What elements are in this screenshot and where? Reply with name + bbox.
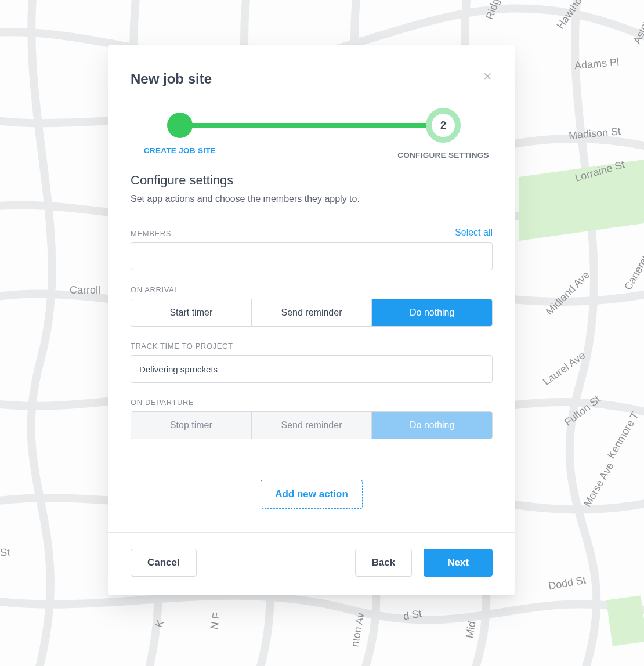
close-icon[interactable]: ✕ <box>483 71 493 82</box>
add-new-action-button[interactable]: Add new action <box>261 480 363 509</box>
on-departure-segment: Stop timerSend reminderDo nothing <box>131 411 493 439</box>
on-departure-option-stop-timer: Stop timer <box>131 412 251 439</box>
progress-stepper: CREATE JOB SITE 2 CONFIGURE SETTINGS <box>131 108 493 149</box>
on-departure-option-send-reminder: Send reminder <box>251 412 372 439</box>
new-job-site-dialog: New job site ✕ CREATE JOB SITE 2 CONFIGU… <box>108 45 515 595</box>
on-arrival-label: ON ARRIVAL <box>131 285 493 294</box>
dialog-title: New job site <box>131 71 212 87</box>
step-2-dot: 2 <box>426 108 461 143</box>
cancel-button[interactable]: Cancel <box>131 549 197 577</box>
step-1-dot <box>167 113 193 138</box>
next-button[interactable]: Next <box>424 549 493 577</box>
select-all-link[interactable]: Select all <box>455 227 493 238</box>
members-label: MEMBERS <box>131 229 171 238</box>
on-arrival-option-do-nothing[interactable]: Do nothing <box>371 299 492 326</box>
section-heading: Configure settings <box>131 173 493 188</box>
members-input[interactable] <box>131 242 493 270</box>
step-2-label: CONFIGURE SETTINGS <box>394 151 493 160</box>
track-project-label: TRACK TIME TO PROJECT <box>131 342 493 350</box>
street-label: St <box>0 546 10 559</box>
step-1-label: CREATE JOB SITE <box>131 146 229 155</box>
on-arrival-segment: Start timerSend reminderDo nothing <box>131 299 493 327</box>
track-project-select[interactable]: Delivering sprockets <box>131 355 493 383</box>
on-departure-option-do-nothing: Do nothing <box>371 412 492 439</box>
on-departure-label: ON DEPARTURE <box>131 398 493 407</box>
section-subheading: Set app actions and choose the members t… <box>131 194 493 204</box>
street-label: Carroll <box>70 284 100 296</box>
on-arrival-option-send-reminder[interactable]: Send reminder <box>251 299 372 326</box>
on-arrival-option-start-timer[interactable]: Start timer <box>131 299 251 326</box>
back-button[interactable]: Back <box>355 549 413 577</box>
